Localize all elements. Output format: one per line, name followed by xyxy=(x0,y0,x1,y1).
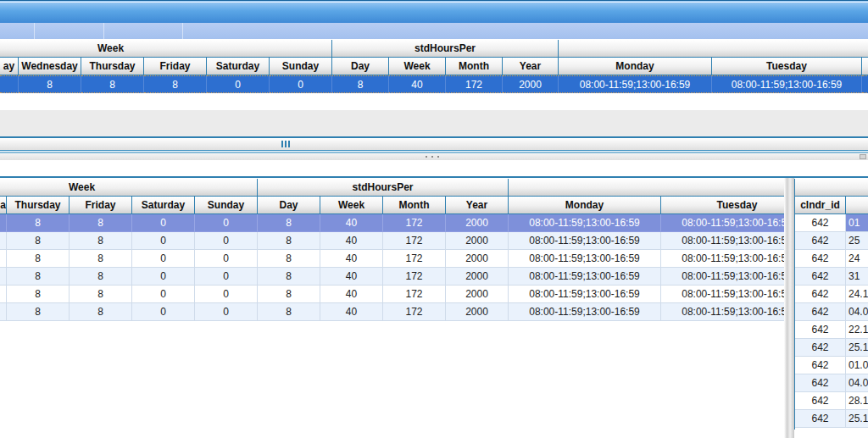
cell[interactable]: 8 xyxy=(70,250,132,268)
cell[interactable]: 2000 xyxy=(446,250,509,268)
vertical-splitter[interactable] xyxy=(784,178,794,438)
cell[interactable]: 8 xyxy=(258,286,320,303)
table-row[interactable]: 64204.07 xyxy=(795,374,868,392)
cell[interactable]: 0 xyxy=(195,214,258,232)
cell[interactable]: 40 xyxy=(320,250,383,268)
cell[interactable]: 8 xyxy=(258,303,320,321)
cell[interactable]: 172 xyxy=(383,214,446,232)
cell[interactable]: 08:00-11:59;13:00-16:59 xyxy=(559,75,712,93)
cell[interactable]: 2000 xyxy=(446,232,509,250)
table-row[interactable]: 8800840172200008:00-11:59;13:00-16:5908:… xyxy=(0,214,784,232)
cell[interactable]: 8 xyxy=(70,214,132,232)
column-header-saturday[interactable]: Saturday xyxy=(132,197,195,214)
column-header-month[interactable]: Month xyxy=(383,197,446,214)
column-header-friday[interactable]: Friday xyxy=(70,197,132,214)
cell[interactable]: 642 xyxy=(795,268,846,286)
cell[interactable]: 24 xyxy=(846,250,868,268)
cell[interactable]: 40 xyxy=(389,75,446,93)
cell[interactable]: 8 xyxy=(258,250,320,268)
cell[interactable]: 0 xyxy=(132,286,195,303)
cell[interactable] xyxy=(0,214,7,232)
cell[interactable]: 25.12 xyxy=(846,410,868,428)
cell[interactable]: 642 xyxy=(795,321,846,339)
cell[interactable]: 8 xyxy=(144,75,207,93)
cell[interactable]: 25 xyxy=(846,232,868,250)
cell[interactable]: 31 xyxy=(846,268,868,286)
cell[interactable]: 40 xyxy=(320,232,383,250)
cell[interactable]: 04.07 xyxy=(846,374,868,392)
cell[interactable] xyxy=(0,303,7,321)
cell[interactable]: 8 xyxy=(258,268,320,286)
table-row[interactable]: 64201.0 xyxy=(795,357,868,374)
cell[interactable]: 08:00-11:59;13:00-16:59 xyxy=(661,268,784,286)
cell[interactable]: 8 xyxy=(7,250,70,268)
cell[interactable]: 08:00-11:59;13:00-16:59 xyxy=(661,250,784,268)
column-header-month[interactable]: Month xyxy=(446,58,503,75)
cell[interactable]: 642 xyxy=(795,339,846,357)
cell[interactable]: 642 xyxy=(795,250,846,268)
cell[interactable]: 172 xyxy=(383,268,446,286)
cell[interactable]: 172 xyxy=(383,232,446,250)
cell[interactable]: 8 xyxy=(70,303,132,321)
column-header-ay[interactable]: ay xyxy=(0,58,19,75)
table-row[interactable]: 64201 xyxy=(795,214,868,232)
cell[interactable]: 08:00-11:59;13:00-16:59 xyxy=(509,303,661,321)
column-header-monday[interactable]: Monday xyxy=(509,197,661,214)
cell[interactable]: 172 xyxy=(446,75,503,93)
table-row[interactable]: 8800840172200008:00-11:59;13:00-16:5908:… xyxy=(0,303,784,321)
cell[interactable]: 0 xyxy=(195,268,258,286)
cell[interactable]: 8 xyxy=(7,232,70,250)
column-header-week[interactable]: Week xyxy=(320,197,383,214)
column-header-thursday[interactable]: Thursday xyxy=(81,58,144,75)
table-row[interactable]: 64231 xyxy=(795,268,868,286)
cell[interactable] xyxy=(0,286,7,303)
cell[interactable] xyxy=(0,268,7,286)
cell[interactable]: 8 xyxy=(7,268,70,286)
cell[interactable]: 642 xyxy=(795,357,846,374)
table-row[interactable]: 64224 xyxy=(795,250,868,268)
cell[interactable]: 22.1 xyxy=(846,321,868,339)
cell[interactable]: 0 xyxy=(195,250,258,268)
cell[interactable]: 0 xyxy=(270,75,332,93)
group-header-week[interactable]: Week xyxy=(0,40,332,58)
cell[interactable]: 0 xyxy=(195,232,258,250)
column-header-year[interactable]: Year xyxy=(503,58,559,75)
table-row[interactable]: 64224.1 xyxy=(795,286,868,303)
cell[interactable]: 172 xyxy=(383,286,446,303)
cell[interactable]: 2000 xyxy=(446,268,509,286)
cell[interactable]: 642 xyxy=(795,392,846,410)
column-header-sunday[interactable]: Sunday xyxy=(195,197,258,214)
cell[interactable]: 8 xyxy=(81,75,144,93)
splitter-dots-grip-icon[interactable] xyxy=(426,156,439,158)
cell[interactable]: 40 xyxy=(320,286,383,303)
cell[interactable]: 8 xyxy=(332,75,389,93)
column-header-day[interactable]: Day xyxy=(258,197,320,214)
cell[interactable]: 642 xyxy=(795,374,846,392)
cell[interactable]: 0 xyxy=(132,214,195,232)
table-row[interactable]: 8800840172200008:00-11:59;13:00-16:5908:… xyxy=(0,250,784,268)
cell[interactable]: 08:00-11:59;13:00-16:59 xyxy=(509,268,661,286)
group-header-stdhoursper[interactable]: stdHoursPer xyxy=(258,179,509,197)
horizontal-splitter-track[interactable] xyxy=(0,153,868,161)
column-header-clndr_id[interactable]: clndr_id xyxy=(795,197,846,214)
cell[interactable]: 28.1 xyxy=(846,392,868,410)
cell[interactable]: 0 xyxy=(207,75,270,93)
table-row[interactable]: 64225.12 xyxy=(795,339,868,357)
cell[interactable]: 2000 xyxy=(503,75,559,93)
cell[interactable]: 642 xyxy=(795,410,846,428)
cell[interactable]: 08:00-11:59;13:00-16:59 xyxy=(509,214,661,232)
cell[interactable]: 8 xyxy=(70,286,132,303)
table-row[interactable]: 64204.0 xyxy=(795,303,868,321)
cell[interactable]: 40 xyxy=(320,303,383,321)
cell[interactable]: 01 xyxy=(846,214,868,232)
column-header-tuesday[interactable]: Tuesday xyxy=(661,197,784,214)
cell[interactable]: 08:00-11:59;13:00-16:59 xyxy=(661,214,784,232)
cell[interactable]: 24.1 xyxy=(846,286,868,303)
cell[interactable] xyxy=(0,232,7,250)
cell[interactable]: 172 xyxy=(383,303,446,321)
cell[interactable]: 0 xyxy=(195,286,258,303)
cell[interactable]: 25.12 xyxy=(846,339,868,357)
cell[interactable] xyxy=(862,75,868,93)
column-header-week[interactable]: Week xyxy=(389,58,446,75)
cell[interactable]: 8 xyxy=(258,214,320,232)
